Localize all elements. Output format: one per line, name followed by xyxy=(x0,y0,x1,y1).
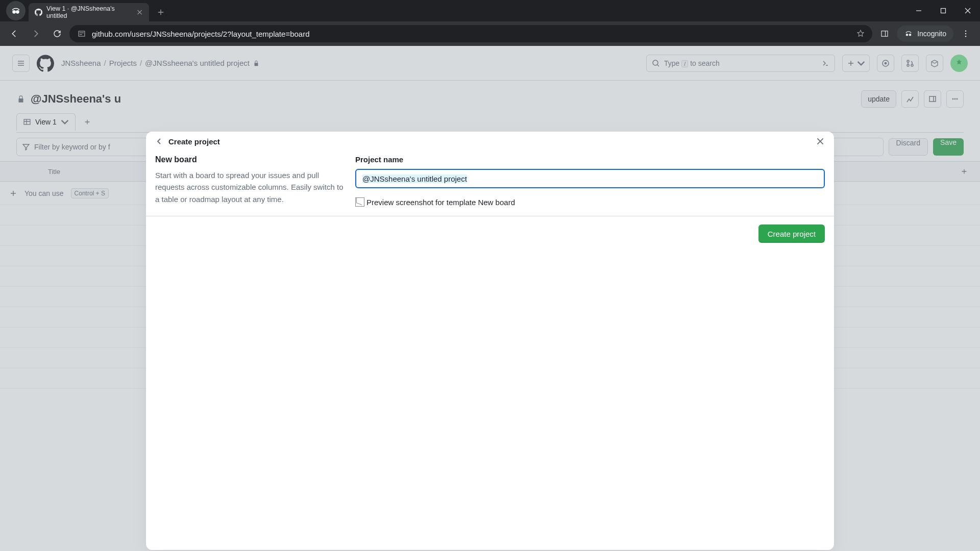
svg-point-0 xyxy=(12,10,16,14)
tab-strip: View 1 · @JNSsheena's untitled xyxy=(0,0,980,21)
browser-tab[interactable]: View 1 · @JNSsheena's untitled xyxy=(29,3,149,21)
create-project-button[interactable]: Create project xyxy=(758,224,825,243)
modal-body: New board Start with a board to spread y… xyxy=(146,151,834,216)
close-icon[interactable] xyxy=(816,137,825,146)
bookmark-star-icon[interactable] xyxy=(856,29,865,38)
plus-icon xyxy=(157,9,164,16)
incognito-icon xyxy=(904,29,913,38)
svg-point-7 xyxy=(965,33,966,34)
template-description: New board Start with a board to spread y… xyxy=(155,155,345,207)
preview-alt-text: Preview screenshot for template New boar… xyxy=(366,198,515,207)
create-project-modal: Create project New board Start with a bo… xyxy=(146,132,834,550)
nav-forward-button[interactable] xyxy=(27,24,45,43)
new-tab-button[interactable] xyxy=(153,5,168,20)
svg-rect-2 xyxy=(941,9,946,13)
side-panel-button[interactable] xyxy=(875,24,894,43)
modal-title: Create project xyxy=(168,137,220,146)
svg-point-5 xyxy=(909,34,912,36)
project-name-input[interactable] xyxy=(355,169,825,188)
modal-footer: Create project xyxy=(146,216,834,251)
url-text: github.com/users/JNSsheena/projects/2?la… xyxy=(92,30,310,38)
github-page: JNSsheena / Projects / @JNSsheena's unti… xyxy=(0,46,980,551)
svg-point-6 xyxy=(965,31,966,32)
incognito-label: Incognito xyxy=(917,30,946,38)
github-favicon-icon xyxy=(35,8,42,16)
window-maximize-button[interactable] xyxy=(931,0,955,21)
back-arrow-icon[interactable] xyxy=(155,137,163,145)
address-bar: github.com/users/JNSsheena/projects/2?la… xyxy=(0,21,980,46)
project-name-label: Project name xyxy=(355,155,825,164)
nav-back-button[interactable] xyxy=(5,24,23,43)
svg-rect-3 xyxy=(881,31,888,37)
window-controls xyxy=(906,0,980,21)
svg-point-1 xyxy=(16,10,19,14)
template-desc-text: Start with a board to spread your issues… xyxy=(155,169,345,205)
broken-image-icon xyxy=(355,197,364,207)
tab-close-icon[interactable] xyxy=(136,9,143,16)
incognito-chip-icon xyxy=(11,6,20,15)
svg-point-4 xyxy=(906,34,909,36)
url-field[interactable]: github.com/users/JNSsheena/projects/2?la… xyxy=(69,25,872,42)
incognito-indicator[interactable]: Incognito xyxy=(897,26,953,42)
project-name-section: Project name Preview screenshot for temp… xyxy=(355,155,825,207)
modal-header: Create project xyxy=(146,132,834,151)
browser-menu-button[interactable] xyxy=(957,24,975,43)
browser-chrome: View 1 · @JNSsheena's untitled github.co… xyxy=(0,0,980,46)
svg-point-8 xyxy=(965,36,966,37)
window-close-button[interactable] xyxy=(955,0,980,21)
tab-title: View 1 · @JNSsheena's untitled xyxy=(46,5,132,19)
site-settings-icon[interactable] xyxy=(77,29,87,39)
nav-reload-button[interactable] xyxy=(48,24,66,43)
window-minimize-button[interactable] xyxy=(906,0,931,21)
template-heading: New board xyxy=(155,155,345,164)
template-preview-broken-image: Preview screenshot for template New boar… xyxy=(355,197,825,207)
browser-profile-chip[interactable] xyxy=(6,1,26,20)
